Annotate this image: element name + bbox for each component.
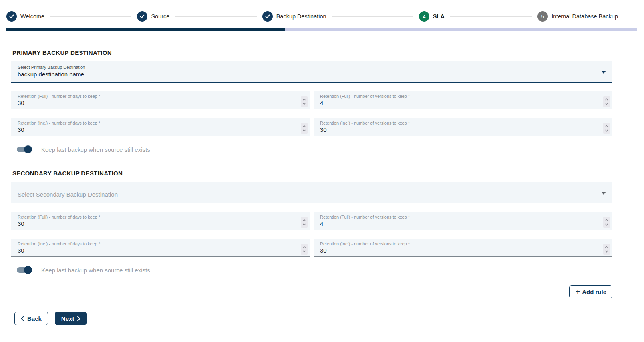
toggle-thumb (24, 266, 32, 274)
number-stepper[interactable] (301, 123, 308, 134)
step-connector (50, 16, 131, 17)
step-label: Internal Database Backup (551, 13, 618, 20)
primary-destination-select[interactable]: Select Primary Backup Destination backup… (11, 61, 612, 83)
step-welcome[interactable]: Welcome (6, 11, 44, 22)
primary-destination-select-label: Select Primary Backup Destination (18, 65, 606, 70)
secondary-destination-select[interactable]: Select Secondary Backup Destination (11, 182, 612, 203)
secondary-keep-last-backup-label: Keep last backup when source still exist… (41, 267, 150, 274)
primary-retention-inc-versions-field[interactable]: Retention (Inc.) - number of versions to… (314, 118, 612, 136)
field-label: Retention (Inc.) - number of days to kee… (18, 121, 304, 125)
step-label: SLA (433, 13, 445, 20)
primary-retention-inc-versions-input[interactable] (320, 126, 594, 133)
primary-retention-inc-days-field[interactable]: Retention (Inc.) - number of days to kee… (11, 118, 310, 136)
check-icon (6, 11, 17, 22)
chevron-right-icon (77, 316, 80, 321)
plus-icon: + (575, 288, 580, 296)
step-label: Welcome (20, 13, 44, 20)
number-stepper[interactable] (301, 217, 308, 228)
secondary-retention-full-days-input[interactable] (18, 220, 292, 227)
step-number-badge: 4 (419, 11, 429, 22)
primary-keep-last-backup-label: Keep last backup when source still exist… (41, 146, 150, 153)
number-stepper[interactable] (301, 244, 308, 255)
number-stepper[interactable] (603, 244, 610, 255)
field-label: Retention (Inc.) - number of versions to… (320, 121, 606, 125)
secondary-retention-inc-days-field[interactable]: Retention (Inc.) - number of days to kee… (11, 239, 310, 257)
secondary-section-title: SECONDARY BACKUP DESTINATION (12, 170, 612, 177)
primary-retention-inc-days-input[interactable] (18, 126, 292, 133)
primary-section-title: PRIMARY BACKUP DESTINATION (12, 49, 612, 56)
check-icon (262, 11, 273, 22)
next-button[interactable]: Next (55, 312, 87, 325)
wizard-progress-track (6, 28, 637, 31)
check-icon (137, 11, 147, 22)
secondary-keep-last-backup-toggle[interactable] (17, 267, 30, 273)
next-label: Next (61, 315, 74, 322)
primary-keep-last-backup-toggle[interactable] (17, 147, 30, 152)
secondary-retention-inc-days-input[interactable] (18, 247, 292, 254)
step-number-badge: 5 (537, 11, 548, 22)
sla-form: PRIMARY BACKUP DESTINATION Select Primar… (11, 49, 612, 325)
wizard-stepper: Welcome Source Backup Destination 4 SLA … (6, 11, 618, 22)
field-label: Retention (Inc.) - number of days to kee… (18, 241, 304, 246)
toggle-thumb (24, 145, 32, 153)
field-label: Retention (Full) - number of versions to… (320, 94, 606, 99)
step-label: Backup Destination (276, 13, 326, 20)
primary-retention-full-versions-field[interactable]: Retention (Full) - number of versions to… (314, 91, 612, 109)
field-label: Retention (Full) - number of days to kee… (18, 94, 304, 99)
field-label: Retention (Full) - number of versions to… (320, 215, 606, 219)
step-connector (450, 16, 532, 17)
number-stepper[interactable] (603, 123, 610, 134)
number-stepper[interactable] (301, 96, 308, 107)
back-label: Back (27, 315, 42, 322)
primary-destination-select-value: backup destination name (18, 71, 606, 78)
secondary-retention-inc-versions-input[interactable] (320, 247, 594, 254)
step-connector (332, 16, 413, 17)
add-rule-label: Add rule (582, 288, 606, 295)
step-sla[interactable]: 4 SLA (419, 11, 445, 22)
number-stepper[interactable] (603, 217, 610, 228)
chevron-down-icon (601, 192, 606, 195)
field-label: Retention (Full) - number of days to kee… (18, 215, 304, 219)
secondary-destination-select-placeholder: Select Secondary Backup Destination (18, 191, 118, 198)
step-backup-destination[interactable]: Backup Destination (262, 11, 326, 22)
secondary-retention-full-days-field[interactable]: Retention (Full) - number of days to kee… (11, 212, 310, 230)
back-button[interactable]: Back (14, 312, 48, 325)
number-stepper[interactable] (603, 96, 610, 107)
secondary-retention-full-versions-input[interactable] (320, 220, 594, 227)
chevron-left-icon (21, 316, 24, 321)
add-rule-button[interactable]: + Add rule (569, 285, 612, 298)
progress-fill (6, 28, 285, 31)
chevron-down-icon (601, 71, 606, 74)
field-label: Retention (Inc.) - number of versions to… (320, 241, 606, 246)
step-label: Source (151, 13, 169, 20)
step-connector (175, 16, 256, 17)
primary-retention-full-days-field[interactable]: Retention (Full) - number of days to kee… (11, 91, 310, 109)
primary-retention-full-versions-input[interactable] (320, 99, 594, 106)
step-internal-database-backup[interactable]: 5 Internal Database Backup (537, 11, 618, 22)
secondary-retention-inc-versions-field[interactable]: Retention (Inc.) - number of versions to… (314, 239, 612, 257)
primary-retention-full-days-input[interactable] (18, 99, 292, 106)
step-source[interactable]: Source (137, 11, 169, 22)
secondary-retention-full-versions-field[interactable]: Retention (Full) - number of versions to… (314, 212, 612, 230)
